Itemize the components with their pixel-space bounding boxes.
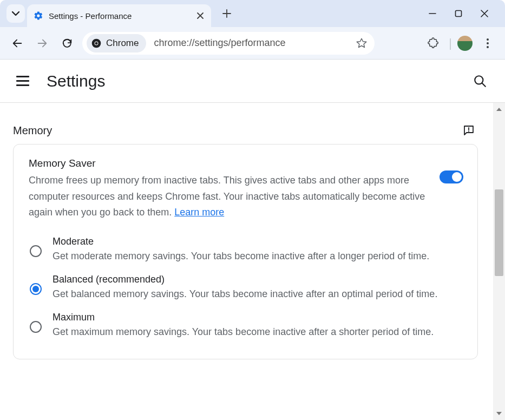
maximize-icon (455, 10, 462, 17)
section-header: Memory (13, 114, 478, 144)
option-title: Maximum (53, 312, 463, 323)
radio-moderate[interactable] (30, 245, 42, 257)
memory-saver-card: Memory Saver Chrome frees up memory from… (13, 144, 478, 359)
option-title: Moderate (53, 236, 463, 247)
puzzle-icon (428, 37, 440, 49)
option-desc: Get moderate memory savings. Your tabs b… (53, 248, 463, 264)
bookmark-button[interactable] (354, 36, 369, 51)
settings-header: Settings (0, 60, 505, 103)
page-title: Settings (47, 72, 105, 90)
browser-toolbar: Chrome chrome://settings/performance | (0, 27, 505, 60)
option-maximum[interactable]: Maximum Get maximum memory savings. Your… (29, 307, 463, 345)
chevron-down-icon (11, 9, 20, 18)
kebab-icon (486, 38, 489, 49)
profile-avatar[interactable] (457, 36, 473, 51)
new-tab-button[interactable] (218, 4, 236, 23)
menu-button[interactable] (16, 74, 31, 89)
card-title: Memory Saver (29, 158, 430, 169)
arrow-right-icon (36, 37, 48, 49)
toolbar-right: | (424, 34, 497, 53)
svg-point-5 (487, 42, 489, 44)
nav-forward-button[interactable] (32, 34, 52, 53)
radio-balanced[interactable] (30, 283, 42, 295)
tab-search-dropdown[interactable] (6, 4, 25, 23)
url-text: chrome://settings/performance (154, 37, 354, 49)
tab-title: Settings - Performance (49, 11, 196, 21)
search-icon (473, 74, 487, 88)
nav-back-button[interactable] (8, 34, 27, 53)
plus-icon (222, 9, 231, 18)
option-title: Balanced (recommended) (53, 274, 463, 285)
triangle-up-icon (496, 106, 502, 113)
vertical-scrollbar[interactable] (493, 103, 505, 420)
svg-point-8 (468, 130, 469, 132)
toggle-knob (452, 172, 462, 182)
content-wrap: Memory Memory Saver Chrome frees up memo… (0, 103, 505, 420)
scroll-down-button[interactable] (495, 409, 503, 418)
reload-icon (61, 37, 73, 49)
option-balanced[interactable]: Balanced (recommended) Get balanced memo… (29, 270, 463, 307)
window-close-button[interactable] (479, 8, 490, 19)
card-text: Memory Saver Chrome frees up memory from… (29, 158, 430, 221)
minimize-icon (428, 9, 437, 18)
svg-point-3 (95, 42, 98, 44)
scrollbar-thumb[interactable] (495, 189, 503, 276)
chrome-icon (91, 38, 102, 49)
learn-more-link[interactable]: Learn more (174, 207, 224, 218)
extensions-button[interactable] (424, 34, 443, 53)
settings-content: Memory Memory Saver Chrome frees up memo… (0, 103, 493, 420)
memory-saver-toggle[interactable] (440, 170, 463, 183)
card-top: Memory Saver Chrome frees up memory from… (29, 158, 463, 221)
card-description: Chrome frees up memory from inactive tab… (29, 173, 430, 221)
site-chip[interactable]: Chrome (87, 34, 146, 52)
option-body: Maximum Get maximum memory savings. Your… (53, 312, 463, 340)
close-icon (481, 10, 488, 17)
svg-point-6 (487, 46, 489, 48)
option-desc: Get maximum memory savings. Your tabs be… (53, 324, 463, 340)
tab-close-button[interactable] (196, 11, 205, 20)
browser-tab-active[interactable]: Settings - Performance (27, 4, 211, 27)
feedback-icon (462, 124, 475, 137)
arrow-left-icon (11, 37, 23, 49)
option-moderate[interactable]: Moderate Get moderate memory savings. Yo… (29, 232, 463, 270)
card-desc-text: Chrome frees up memory from inactive tab… (29, 175, 425, 218)
window-controls (427, 8, 501, 19)
radio-maximum[interactable] (30, 321, 42, 333)
section-title: Memory (13, 124, 52, 137)
option-desc: Get balanced memory savings. Your tabs b… (53, 286, 463, 302)
nav-reload-button[interactable] (57, 34, 77, 53)
star-icon (356, 37, 368, 49)
search-button[interactable] (471, 73, 489, 90)
window-minimize-button[interactable] (427, 8, 438, 19)
triangle-down-icon (496, 410, 502, 417)
settings-gear-icon (34, 11, 43, 21)
scroll-up-button[interactable] (495, 105, 503, 114)
close-icon (197, 12, 204, 19)
option-body: Balanced (recommended) Get balanced memo… (53, 274, 463, 302)
window-maximize-button[interactable] (453, 8, 464, 19)
option-body: Moderate Get moderate memory savings. Yo… (53, 236, 463, 264)
memory-saver-options: Moderate Get moderate memory savings. Yo… (29, 232, 463, 345)
svg-rect-0 (456, 11, 462, 17)
window-titlebar: Settings - Performance (0, 0, 505, 27)
address-bar[interactable]: Chrome chrome://settings/performance (82, 32, 375, 55)
separator: | (449, 36, 452, 50)
site-chip-label: Chrome (106, 38, 139, 49)
send-feedback-button[interactable] (462, 123, 476, 137)
browser-menu-button[interactable] (478, 34, 497, 53)
svg-point-4 (487, 38, 489, 41)
